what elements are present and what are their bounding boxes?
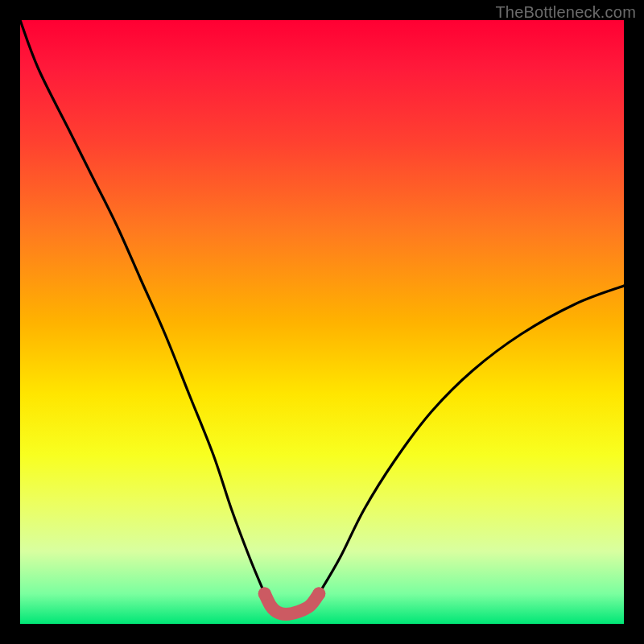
valley-dot-left (258, 588, 271, 601)
chart-frame: TheBottleneck.com (0, 0, 644, 644)
plot-area (20, 20, 624, 624)
curve-right-black (319, 286, 624, 594)
curve-layer (20, 20, 624, 624)
curve-valley-pink (265, 594, 320, 615)
watermark-text: TheBottleneck.com (495, 3, 636, 22)
curve-left-black (20, 20, 265, 594)
valley-dot-right (312, 588, 325, 601)
